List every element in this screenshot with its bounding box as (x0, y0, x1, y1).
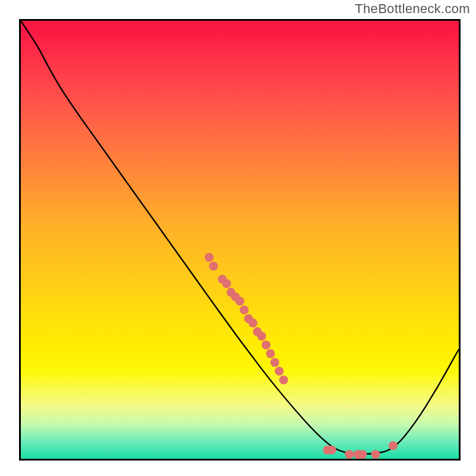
data-point (209, 262, 218, 271)
watermark-text: TheBottleneck.com (355, 1, 470, 17)
data-point (240, 305, 249, 314)
data-point (358, 450, 367, 459)
data-point (270, 358, 279, 367)
data-point (222, 279, 231, 288)
data-point (266, 349, 275, 358)
data-point (205, 253, 214, 262)
data-point (345, 450, 354, 459)
data-point (257, 331, 266, 340)
data-point (371, 450, 380, 459)
data-point (389, 441, 397, 450)
bottleneck-curve (21, 21, 459, 455)
plot-area (19, 19, 461, 461)
data-point (275, 367, 284, 375)
data-point (236, 297, 245, 306)
data-points-group (205, 253, 397, 459)
data-point (249, 318, 258, 327)
chart-svg (21, 21, 459, 459)
chart-container: TheBottleneck.com (0, 0, 476, 476)
data-point (327, 446, 336, 455)
data-point (279, 375, 288, 384)
data-point (262, 340, 271, 349)
